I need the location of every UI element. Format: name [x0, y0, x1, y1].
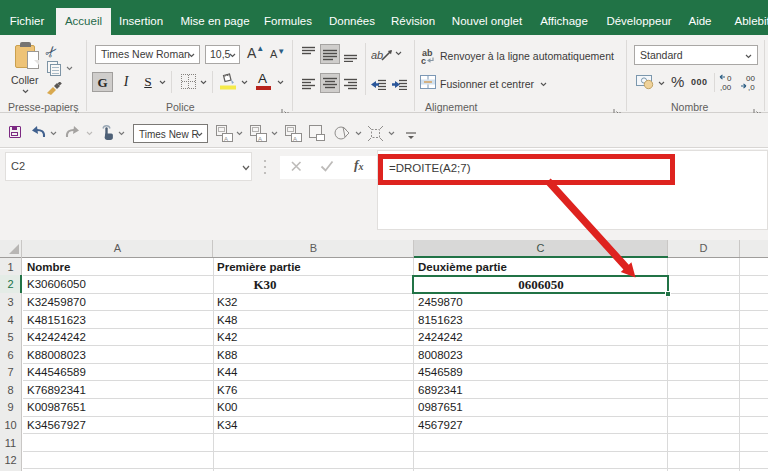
svg-text:A: A	[258, 136, 262, 142]
svg-text:,0: ,0	[748, 83, 755, 91]
svg-text:c: c	[421, 56, 426, 65]
svg-text:0: 0	[727, 74, 732, 83]
svg-text:A: A	[293, 136, 297, 142]
svg-text:ab: ab	[371, 49, 383, 61]
svg-text:,00: ,00	[720, 83, 732, 91]
svg-text:A: A	[224, 136, 228, 142]
svg-text:00: 00	[746, 74, 755, 83]
